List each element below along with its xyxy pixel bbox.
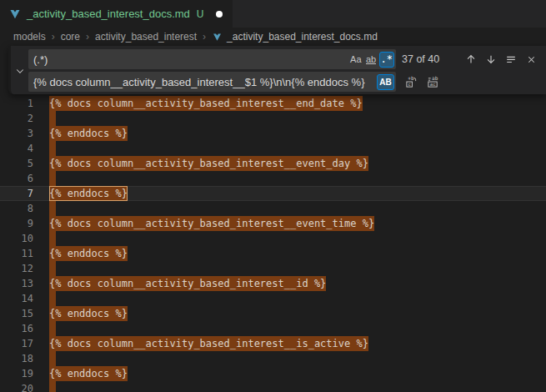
line-number: 2 [0,111,33,126]
line-number: 6 [0,171,33,186]
line-number: 8 [0,201,33,216]
line-text: {% enddocs %} [49,246,128,261]
code-line[interactable]: 8 [0,201,546,216]
code-line[interactable]: 20 [0,381,546,392]
unsaved-dot-icon[interactable] [216,11,223,18]
line-number: 15 [0,306,33,321]
line-number: 9 [0,216,33,231]
code-line[interactable]: 13 {% docs column__activity_based_intere… [0,276,546,291]
tab-filename: _activity_based_interest_docs.md [27,8,190,20]
regex-toggle[interactable]: .* [379,52,394,68]
svg-text:c: c [408,82,410,87]
line-text [49,231,56,246]
next-match-button[interactable] [483,51,499,68]
replace-input[interactable] [28,72,396,92]
breadcrumb-segment-models[interactable]: models [13,31,46,43]
code-line[interactable]: 1 {% docs column__activity_based_interes… [0,96,546,111]
line-number: 16 [0,321,33,336]
breadcrumb-file[interactable]: _activity_based_interest_docs.md [212,31,378,43]
chevron-right-icon: › [52,31,55,43]
breadcrumb-segment-core[interactable]: core [61,31,80,43]
line-text [49,141,56,156]
replace-row: AB +b c ab [28,72,539,92]
code-line[interactable]: 6 [0,171,546,186]
line-number: 20 [0,381,33,392]
line-number: 14 [0,291,33,306]
code-line[interactable]: 2 [0,111,546,126]
replace-button[interactable]: +b c [403,73,419,90]
line-number: 4 [0,141,33,156]
code-line[interactable]: 15 {% enddocs %} [0,306,546,321]
line-number: 17 [0,336,33,351]
breadcrumb-file-label: _activity_based_interest_docs.md [227,31,378,43]
line-text [49,291,56,306]
code-line[interactable]: 14 [0,291,546,306]
breadcrumb-segment-folder[interactable]: activity_based_interest [95,31,197,43]
svg-text:ac: ac [429,82,435,87]
line-text: {% docs column__activity_based_interest_… [49,216,374,231]
line-text [49,381,56,392]
code-line[interactable]: 16 [0,321,546,336]
line-text [49,171,56,186]
line-text [49,351,56,366]
match-case-toggle[interactable]: Aa [348,52,363,68]
match-case-label: Aa [350,54,361,64]
tab-active-file[interactable]: _activity_based_interest_docs.md U [0,0,233,28]
svg-text:+b: +b [408,76,414,81]
toggle-replace-chevron-down-icon[interactable] [11,49,28,92]
code-line[interactable]: 18 [0,351,546,366]
previous-match-button[interactable] [463,51,479,68]
git-status-badge: U [197,8,204,20]
close-icon[interactable] [523,51,539,68]
replace-all-button[interactable]: ab ac [424,73,441,90]
whole-word-label: ab [366,55,376,64]
svg-text:ab: ab [432,76,438,81]
line-text: {% enddocs %} [49,306,128,321]
breadcrumb: models › core › activity_based_interest … [0,28,546,46]
chevron-right-icon: › [86,31,89,43]
find-row: Aa ab .* 37 of 40 [28,49,539,69]
code-line[interactable]: 4 [0,141,546,156]
line-text [49,261,56,276]
markdown-icon [212,32,223,43]
code-line[interactable]: 10 [0,231,546,246]
line-text [49,111,56,126]
code-line[interactable]: 9 {% docs column__activity_based_interes… [0,216,546,231]
line-text: {% docs column__activity_based_interest_… [49,96,363,111]
line-text: {% docs column__activity_based_interest_… [49,276,326,291]
line-text [49,321,56,336]
search-input[interactable] [28,49,396,69]
line-text: {% enddocs %} [49,126,128,141]
line-text: {% docs column__activity_based_interest_… [49,156,368,171]
code-line[interactable]: 11 {% enddocs %} [0,246,546,261]
regex-label: .* [381,53,393,65]
line-number: 11 [0,246,33,261]
line-text: {% docs column__activity_based_interest_… [49,336,368,351]
find-replace-widget: Aa ab .* 37 of 40 [8,46,546,94]
editor-lines: 1 {% docs column__activity_based_interes… [0,96,546,392]
find-in-selection-button[interactable] [503,51,519,68]
preserve-case-label: AB [379,78,391,87]
code-line[interactable]: 3 {% enddocs %} [0,126,546,141]
markdown-icon [8,8,22,21]
line-text [49,201,56,216]
line-text: {% enddocs %} [49,186,128,201]
line-number: 10 [0,231,33,246]
line-number: 19 [0,366,33,381]
code-line[interactable]: 5 {% docs column__activity_based_interes… [0,156,546,171]
line-number: 1 [0,96,33,111]
code-line[interactable]: 12 [0,261,546,276]
line-number: 12 [0,261,33,276]
line-number: 3 [0,126,33,141]
line-number: 5 [0,156,33,171]
line-number: 7 [0,186,33,201]
code-line[interactable]: 19 {% enddocs %} [0,366,546,381]
editor[interactable]: Aa ab .* 37 of 40 [0,46,546,392]
whole-word-toggle[interactable]: ab [364,52,378,68]
code-line[interactable]: 7 {% enddocs %} [0,186,546,201]
tab-bar: _activity_based_interest_docs.md U [0,0,546,28]
line-number: 13 [0,276,33,291]
code-line[interactable]: 17 {% docs column__activity_based_intere… [0,336,546,351]
line-number: 18 [0,351,33,366]
preserve-case-toggle[interactable]: AB [377,74,394,90]
